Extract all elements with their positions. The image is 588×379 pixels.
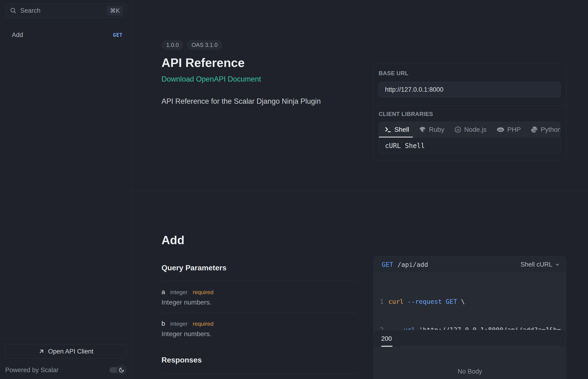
dark-mode-toggle[interactable] bbox=[109, 365, 126, 375]
operation-section: Add Query Parameters a integer required … bbox=[161, 233, 357, 379]
terminal-icon bbox=[384, 126, 392, 133]
tab-php[interactable]: php PHP bbox=[496, 122, 521, 137]
request-method: GET bbox=[382, 261, 393, 268]
client-libraries-label: CLIENT LIBRARIES bbox=[379, 111, 560, 117]
tab-label: Node.js bbox=[464, 126, 487, 133]
python-icon bbox=[531, 126, 538, 133]
language-selector-label: Shell cURL bbox=[521, 261, 552, 268]
selected-client-row[interactable]: cURL Shell bbox=[379, 137, 560, 154]
parameter-name: a bbox=[161, 288, 165, 296]
code-token: \ bbox=[461, 297, 465, 306]
active-tab-underline bbox=[381, 346, 393, 347]
no-body-label: No Body bbox=[458, 368, 482, 375]
parameter-description: Integer numbers. bbox=[161, 330, 357, 338]
base-url-block: BASE URL bbox=[374, 64, 566, 105]
base-url-input[interactable] bbox=[379, 82, 560, 97]
tab-shell[interactable]: Shell bbox=[384, 122, 409, 137]
badge-row: 1.0.0 OAS 3.1.0 bbox=[161, 40, 357, 50]
operation-title: Add bbox=[161, 233, 357, 247]
parameter-type: integer bbox=[170, 320, 188, 327]
response-header: 200 bbox=[374, 330, 566, 347]
base-url-label: BASE URL bbox=[379, 70, 560, 77]
query-parameters-heading: Query Parameters bbox=[161, 264, 357, 272]
parameter-required-flag: required bbox=[193, 289, 213, 296]
tab-label: Ruby bbox=[429, 126, 444, 133]
request-header: GET /api/add Shell cURL bbox=[374, 256, 566, 273]
svg-text:JS: JS bbox=[456, 128, 459, 131]
api-reference-page: Search ⌘K Add GET Open API Client bbox=[0, 0, 588, 379]
line-number: 1 bbox=[374, 297, 388, 306]
parameter-type: integer bbox=[170, 289, 188, 296]
moon-icon bbox=[119, 367, 124, 373]
code-line: 1 curl --request GET \ bbox=[374, 297, 566, 306]
powered-row: Powered by Scalar bbox=[5, 365, 126, 375]
open-api-client-label: Open API Client bbox=[48, 348, 93, 355]
sidebar-nav: Add GET bbox=[0, 28, 132, 42]
chevron-down-icon bbox=[555, 262, 560, 267]
tab-label: Python bbox=[540, 126, 560, 133]
http-method-badge: GET bbox=[113, 32, 123, 38]
search-placeholder: Search bbox=[20, 7, 41, 14]
client-libraries-block: CLIENT LIBRARIES Shell bbox=[374, 105, 566, 160]
main-content: 1.0.0 OAS 3.1.0 API Reference Download O… bbox=[132, 0, 588, 379]
search-input[interactable]: Search ⌘K bbox=[5, 3, 126, 18]
php-icon: php bbox=[496, 126, 505, 133]
parameter-row-b: b integer required bbox=[161, 320, 357, 327]
request-path: /api/add bbox=[397, 261, 428, 268]
svg-text:php: php bbox=[498, 128, 503, 131]
tab-nodejs[interactable]: JS Node.js bbox=[454, 122, 487, 137]
response-example-card: 200 No Body bbox=[373, 330, 566, 379]
parameter-required-flag: required bbox=[193, 320, 213, 327]
search-icon bbox=[10, 7, 17, 14]
tab-label: Shell bbox=[395, 126, 409, 133]
language-selector[interactable]: Shell cURL bbox=[521, 261, 560, 268]
code-token: --request bbox=[407, 297, 442, 306]
divider bbox=[161, 313, 357, 313]
server-card: BASE URL CLIENT LIBRARIES bbox=[373, 64, 566, 160]
page-title: API Reference bbox=[161, 56, 357, 70]
powered-by-label: Powered by Scalar bbox=[5, 366, 59, 374]
api-description: API Reference for the Scalar Django Ninj… bbox=[161, 97, 357, 106]
tab-ruby[interactable]: Ruby bbox=[419, 122, 444, 137]
sidebar-spacer bbox=[0, 42, 132, 339]
sidebar-footer: Open API Client Powered by Scalar bbox=[0, 339, 132, 379]
sidebar-item-add[interactable]: Add GET bbox=[0, 28, 132, 42]
parameter-description: Integer numbers. bbox=[161, 299, 357, 306]
response-body: No Body bbox=[374, 347, 566, 379]
version-badge: 1.0.0 bbox=[161, 40, 183, 50]
sidebar-item-label: Add bbox=[12, 31, 23, 39]
section-divider bbox=[132, 191, 588, 191]
parameter-row-a: a integer required bbox=[161, 288, 357, 296]
parameter-name: b bbox=[161, 320, 165, 327]
nodejs-icon: JS bbox=[454, 126, 461, 133]
responses-heading: Responses bbox=[161, 356, 357, 364]
intro-section: 1.0.0 OAS 3.1.0 API Reference Download O… bbox=[161, 40, 357, 106]
toggle-thumb bbox=[116, 365, 126, 375]
tab-label: PHP bbox=[507, 126, 521, 133]
ruby-gem-icon bbox=[419, 126, 426, 133]
divider bbox=[161, 373, 357, 374]
download-openapi-link[interactable]: Download OpenAPI Document bbox=[161, 75, 261, 83]
sidebar: Search ⌘K Add GET Open API Client bbox=[0, 0, 132, 379]
arrow-up-right-icon bbox=[38, 348, 45, 355]
client-library-tabs: Shell Ruby bbox=[379, 122, 560, 137]
tab-python[interactable]: Python bbox=[531, 122, 560, 137]
divider bbox=[161, 281, 357, 281]
search-shortcut-badge: ⌘K bbox=[107, 6, 123, 16]
code-token: GET bbox=[445, 297, 457, 306]
status-tab-200[interactable]: 200 bbox=[381, 335, 392, 343]
open-api-client-button[interactable]: Open API Client bbox=[5, 344, 126, 359]
client-libraries-box: Shell Ruby bbox=[379, 122, 560, 154]
oas-version-badge: OAS 3.1.0 bbox=[187, 40, 222, 50]
code-token: curl bbox=[388, 297, 404, 306]
